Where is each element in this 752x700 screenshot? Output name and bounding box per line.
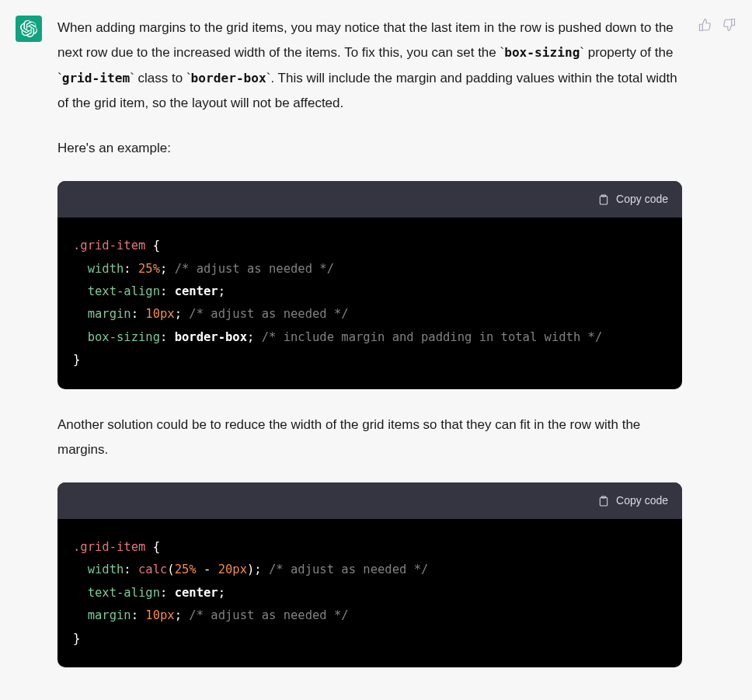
svg-rect-1 [600,196,607,204]
message-container: When adding margins to the grid items, y… [0,0,752,691]
thumbs-down-button[interactable] [721,17,736,33]
feedback-buttons [698,16,736,691]
paragraph: Here's an example: [57,136,682,161]
inline-code: box-sizing [504,45,580,60]
code-header: Copy code [57,482,682,519]
thumbs-up-icon [698,18,712,32]
paragraph: When adding margins to the grid items, y… [57,16,682,116]
thumbs-up-button[interactable] [698,17,713,33]
copy-code-label: Copy code [616,189,668,210]
paragraph: Another solution could be to reduce the … [57,413,682,463]
message-content: When adding margins to the grid items, y… [57,16,682,691]
avatar-column [16,16,42,691]
inline-code: grid-item [62,71,130,85]
code-content[interactable]: .grid-item { width: calc(25% - 20px); /*… [57,519,682,667]
openai-logo-icon [20,20,37,37]
clipboard-icon [597,193,610,206]
code-block: Copy code .grid-item { width: 25%; /* ad… [57,181,682,388]
copy-code-button[interactable]: Copy code [597,490,668,511]
code-content[interactable]: .grid-item { width: 25%; /* adjust as ne… [57,218,682,389]
thumbs-down-icon [722,18,736,32]
svg-rect-3 [600,497,607,506]
clipboard-icon [597,495,610,507]
code-header: Copy code [57,181,682,218]
inline-code: border-box [191,71,266,85]
code-block: Copy code .grid-item { width: calc(25% -… [57,482,682,667]
copy-code-button[interactable]: Copy code [597,189,668,210]
assistant-avatar [16,16,42,42]
copy-code-label: Copy code [616,490,668,511]
